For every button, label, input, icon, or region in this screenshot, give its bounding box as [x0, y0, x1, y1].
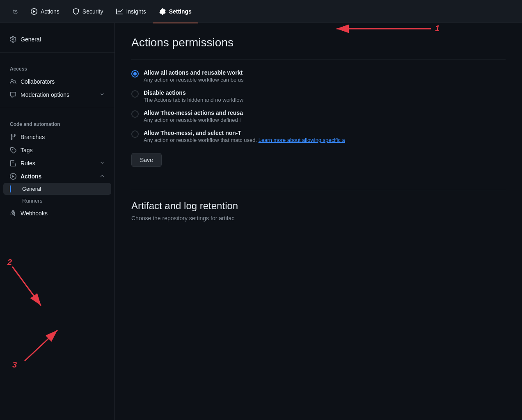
sidebar-sub-item-general[interactable]: General: [3, 183, 111, 195]
section-divider-2: [131, 190, 506, 190]
artifact-section-title: Artifact and log retention: [131, 200, 506, 212]
sidebar-divider-2: [0, 108, 114, 108]
nav-security-label: Security: [82, 8, 103, 15]
play-circle-icon: [31, 8, 37, 15]
sidebar-item-general-top[interactable]: General: [0, 33, 114, 46]
nav-item-actions[interactable]: Actions: [24, 0, 66, 23]
nav-item-security[interactable]: Security: [66, 0, 110, 23]
sidebar-section-code: Code and automation: [0, 115, 114, 130]
nav-actions-label: Actions: [41, 8, 60, 15]
sidebar-section-access: Access: [0, 59, 114, 75]
radio-text-allow-all: Allow all actions and reusable workt Any…: [144, 69, 244, 83]
sidebar: General Access Collaborators Moderation …: [0, 23, 115, 420]
radio-circle-theo: [131, 110, 139, 118]
radio-circle-disable: [131, 90, 139, 98]
radio-option-theo-select[interactable]: Allow Theo-messi, and select non-T Any a…: [131, 130, 506, 143]
actions-subitems: General Runners: [0, 183, 114, 207]
nav-tabs: ts Actions Security: [7, 0, 198, 23]
permissions-radio-group: Allow all actions and reusable workt Any…: [131, 69, 506, 143]
radio-text-disable: Disable actions The Actions tab is hidde…: [144, 89, 243, 103]
chevron-up-icon-actions: [100, 173, 105, 180]
sidebar-sub-general-label: General: [22, 186, 41, 192]
radio-circle-allow-all: [131, 70, 139, 78]
partial-text: ts: [13, 8, 18, 15]
sidebar-collaborators-label: Collaborators: [21, 78, 55, 85]
sidebar-general-label: General: [21, 36, 41, 43]
sidebar-branches-label: Branches: [21, 134, 45, 140]
section-divider-1: [131, 59, 506, 59]
sidebar-item-rules[interactable]: Rules: [0, 157, 114, 170]
tag-icon: [10, 147, 16, 153]
radio-option-theo[interactable]: Allow Theo-messi actions and reusa Any a…: [131, 110, 506, 123]
branch-icon: [10, 134, 16, 140]
nav-item-partial[interactable]: ts: [7, 0, 24, 23]
sidebar-rules-label: Rules: [21, 160, 35, 167]
radio-label-allow-all: Allow all actions and reusable workt: [144, 69, 244, 76]
chevron-down-icon-rules: [100, 160, 105, 167]
sidebar-actions-label: Actions: [21, 173, 41, 180]
nav-insights-label: Insights: [126, 8, 146, 15]
radio-circle-theo-select: [131, 130, 139, 138]
main-content: Actions permissions Allow all actions an…: [115, 23, 522, 420]
gear-nav-icon: [159, 8, 166, 15]
sidebar-webhooks-label: Webhooks: [21, 210, 48, 217]
gear-sidebar-icon: [10, 36, 16, 43]
graph-icon: [116, 8, 123, 15]
sidebar-item-actions[interactable]: Actions: [0, 170, 114, 183]
comment-icon: [10, 91, 16, 98]
sidebar-item-tags[interactable]: Tags: [0, 144, 114, 157]
nav-settings-label: Settings: [169, 8, 192, 15]
radio-label-disable: Disable actions: [144, 89, 243, 96]
play-circle-sidebar-icon: [10, 173, 16, 180]
save-button[interactable]: Save: [131, 153, 162, 167]
sidebar-tags-label: Tags: [21, 147, 33, 153]
radio-text-theo-select: Allow Theo-messi, and select non-T Any a…: [144, 130, 345, 143]
webhook-icon: [10, 210, 16, 217]
artifact-section-desc: Choose the repository settings for artif…: [131, 215, 506, 221]
radio-text-theo: Allow Theo-messi actions and reusa Any a…: [144, 110, 243, 123]
learn-more-link[interactable]: Learn more about allowing specific a: [259, 137, 345, 143]
nav-item-insights[interactable]: Insights: [110, 0, 152, 23]
page-title: Actions permissions: [131, 36, 506, 49]
sidebar-item-webhooks[interactable]: Webhooks: [0, 207, 114, 220]
sidebar-sub-runners-label: Runners: [22, 198, 42, 204]
sidebar-divider-1: [0, 52, 114, 53]
chevron-down-icon-mod: [100, 91, 105, 98]
top-navigation: ts Actions Security: [0, 0, 522, 23]
sidebar-item-branches[interactable]: Branches: [0, 130, 114, 144]
radio-desc-allow-all: Any action or reusable workflow can be u…: [144, 77, 244, 83]
sidebar-moderation-label: Moderation options: [21, 91, 69, 98]
rules-icon: [10, 160, 16, 167]
sidebar-sub-item-runners[interactable]: Runners: [0, 195, 114, 207]
radio-desc-theo: Any action or reusable workflow defined …: [144, 117, 243, 123]
main-layout: General Access Collaborators Moderation …: [0, 23, 522, 420]
sidebar-item-moderation[interactable]: Moderation options: [0, 88, 114, 101]
radio-desc-theo-select: Any action or reusable workflow that mat…: [144, 137, 345, 143]
radio-option-disable[interactable]: Disable actions The Actions tab is hidde…: [131, 89, 506, 103]
radio-option-allow-all[interactable]: Allow all actions and reusable workt Any…: [131, 69, 506, 83]
radio-desc-disable: The Actions tab is hidden and no workflo…: [144, 97, 243, 103]
nav-item-settings[interactable]: Settings: [153, 0, 198, 23]
radio-label-theo-select: Allow Theo-messi, and select non-T: [144, 130, 345, 136]
shield-icon: [73, 8, 79, 15]
sidebar-item-collaborators[interactable]: Collaborators: [0, 75, 114, 88]
people-icon: [10, 78, 16, 85]
radio-label-theo: Allow Theo-messi actions and reusa: [144, 110, 243, 116]
